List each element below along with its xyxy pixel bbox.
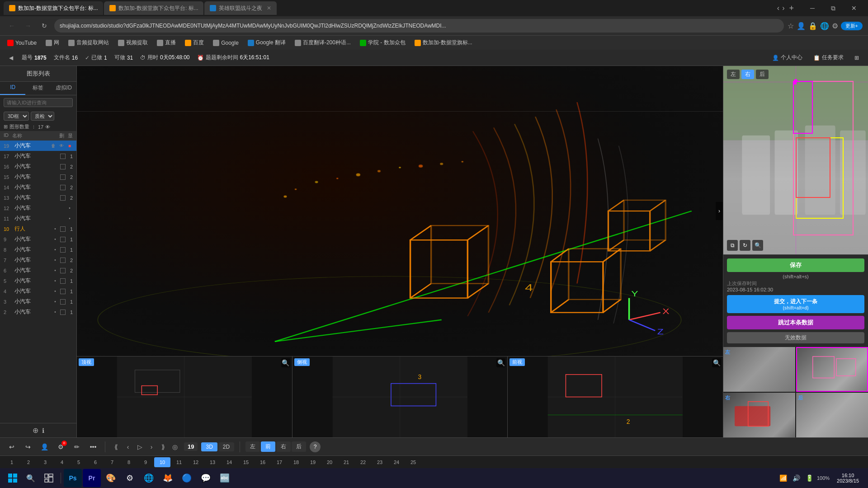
visibility-toggle[interactable]: 👁	[45, 124, 50, 130]
bookmark-shujiajia[interactable]: 数加加-数据堂旗标...	[411, 38, 476, 47]
frame-4[interactable]: 4	[54, 457, 70, 467]
nav-back[interactable]: ←	[5, 19, 18, 32]
submit-button[interactable]: 提交，进入下一条 (shift+alt+d)	[727, 295, 864, 313]
tab-2[interactable]: 数加加-数据堂旗下众包平台: 标... ✕	[104, 1, 203, 15]
bookmark-google[interactable]: Google	[209, 39, 242, 47]
win-minimize[interactable]: ─	[802, 1, 823, 15]
taskbar-ps[interactable]: Ps	[64, 469, 82, 487]
task-req-btn[interactable]: 📋 任务要求	[810, 52, 847, 63]
frame-20[interactable]: 20	[321, 457, 338, 467]
shape-item-11[interactable]: 11 小汽车 •	[0, 213, 76, 224]
checkbox-8[interactable]	[60, 247, 66, 253]
taskbar-settings[interactable]: ⚙	[121, 469, 139, 487]
shape-item-16[interactable]: 16 小汽车 2	[0, 161, 76, 172]
view-back-btn[interactable]: 后	[756, 70, 769, 79]
checkbox-6[interactable]	[60, 268, 66, 273]
tab-close-2[interactable]: ✕	[203, 5, 203, 11]
checkbox-14[interactable]	[60, 185, 66, 190]
top-view-zoom[interactable]: 🔍	[281, 358, 290, 367]
win-restore[interactable]: ⧉	[823, 1, 844, 15]
profile-btn[interactable]: 👤 个人中心	[769, 52, 806, 63]
frame-3[interactable]: 3	[37, 457, 53, 467]
thumb-right[interactable]: 右	[723, 393, 795, 437]
bookmark-gtranslate[interactable]: Google 翻译	[244, 38, 289, 47]
shape-item-4[interactable]: 4 小汽车 • 1	[0, 286, 76, 296]
checkbox-5[interactable]	[60, 278, 66, 284]
view-left-btn[interactable]: 左	[727, 70, 740, 79]
right-expand-btn[interactable]: ›	[716, 202, 723, 220]
frame-9[interactable]: 9	[137, 457, 154, 467]
nav-forward[interactable]: →	[22, 19, 34, 32]
frame-21[interactable]: 21	[338, 457, 354, 467]
shape-item-15[interactable]: 15 小汽车 2	[0, 172, 76, 182]
expand-layout-btn[interactable]: ⊞	[851, 53, 863, 62]
checkbox-15[interactable]	[60, 174, 66, 180]
shape-item-13[interactable]: 13 小汽车 2	[0, 192, 76, 203]
nav-circle[interactable]: ◎	[170, 441, 180, 452]
shape-item-12[interactable]: 12 小汽车 •	[0, 203, 76, 213]
volume-icon[interactable]: 🔊	[791, 473, 802, 483]
tab-close-3[interactable]: ✕	[267, 5, 271, 11]
tab-3[interactable]: 英雄联盟战斗之夜 ✕	[204, 1, 277, 15]
shape-item-5[interactable]: 5 小汽车 • 1	[0, 276, 76, 286]
frame-1[interactable]: 1	[4, 457, 20, 467]
frame-16[interactable]: 16	[255, 457, 271, 467]
checkbox-16[interactable]	[60, 164, 66, 169]
person-tool[interactable]: 👤	[38, 441, 51, 453]
bookmark-baidu[interactable]: 百度	[181, 38, 208, 47]
dir-right-btn[interactable]: 右	[276, 441, 291, 452]
view-3d-select[interactable]: 3D框	[4, 112, 29, 121]
browser-ext3[interactable]: ⚙	[832, 22, 838, 30]
browser-ext1[interactable]: 🔒	[808, 22, 817, 30]
bookmark-star[interactable]: ☆	[788, 22, 794, 30]
thumb-front-right[interactable]	[796, 347, 868, 392]
settings-tool[interactable]: ⚙ 0	[54, 441, 67, 453]
checkbox-10[interactable]	[60, 226, 66, 232]
checkbox-9[interactable]	[60, 237, 66, 242]
system-clock[interactable]: 16:10 2023/8/15	[831, 473, 864, 483]
dir-back-btn[interactable]: 后	[292, 441, 306, 452]
checkbox-17[interactable]	[60, 154, 66, 159]
shape-item-10[interactable]: 10 行人 • 1	[0, 224, 76, 234]
tab-prev-btn[interactable]: ‹	[777, 4, 779, 12]
frame-10[interactable]: 10	[154, 457, 170, 467]
search-input[interactable]	[4, 98, 73, 107]
bookmark-audio[interactable]: 音频提取网站	[65, 38, 113, 47]
shape-item-3[interactable]: 3 小汽车 • 1	[0, 296, 76, 307]
dir-front-btn[interactable]: 前	[261, 441, 275, 452]
dir-left-btn[interactable]: 左	[245, 441, 260, 452]
battery-icon[interactable]: 🔋	[804, 473, 815, 483]
more-tool[interactable]: •••	[87, 441, 99, 453]
drawing-tool[interactable]: ✏	[71, 441, 83, 453]
cam-refresh-btn[interactable]: ↻	[740, 240, 750, 251]
front-view-bottom-zoom[interactable]: 🔍	[712, 358, 721, 367]
color-icon-19[interactable]: ■	[66, 143, 73, 149]
shape-item-2[interactable]: 2 小汽车 • 1	[0, 307, 76, 317]
save-button[interactable]: 保存	[727, 258, 864, 272]
view-right-btn[interactable]: 右	[741, 70, 754, 79]
sidebar-tab-label[interactable]: 标签	[25, 82, 51, 95]
taskbar-search-btn[interactable]: 🔍	[23, 470, 39, 486]
taskbar-firefox[interactable]: 🦊	[159, 469, 177, 487]
sidebar-tab-virtual[interactable]: 虚拟ID	[51, 82, 76, 95]
frame-12[interactable]: 12	[188, 457, 204, 467]
frame-14[interactable]: 14	[221, 457, 237, 467]
bookmark-academy[interactable]: 学院 - 数加众包	[356, 38, 409, 47]
view-2d-btn[interactable]: 2D	[218, 442, 234, 451]
taskbar-edge[interactable]: 🌐	[140, 469, 158, 487]
nav-prev[interactable]: ‹	[123, 441, 133, 452]
nav-refresh[interactable]: ↻	[38, 19, 51, 32]
info-btn[interactable]: ℹ	[42, 427, 44, 434]
no-data-button[interactable]: 无效数据	[727, 332, 864, 343]
toolbar-prev-btn[interactable]: ◀	[5, 52, 16, 63]
view-3d-btn[interactable]: 3D	[201, 442, 217, 451]
url-input[interactable]: shujiajia.com/studio/studio?dGFza0lkJTNE…	[54, 19, 784, 33]
tab-close-1[interactable]: ✕	[103, 5, 103, 11]
bookmark-youtube[interactable]: YouTube	[4, 39, 40, 47]
view-3d[interactable]: X Y Z 4 8 ›	[77, 66, 723, 356]
cam-zoom-btn[interactable]: 🔍	[752, 240, 763, 251]
shape-item-17[interactable]: 17 小汽车 1	[0, 151, 76, 161]
checkbox-7[interactable]	[60, 258, 66, 263]
checkbox-3[interactable]	[60, 299, 66, 305]
skip-button[interactable]: 跳过本条数据	[727, 316, 864, 329]
